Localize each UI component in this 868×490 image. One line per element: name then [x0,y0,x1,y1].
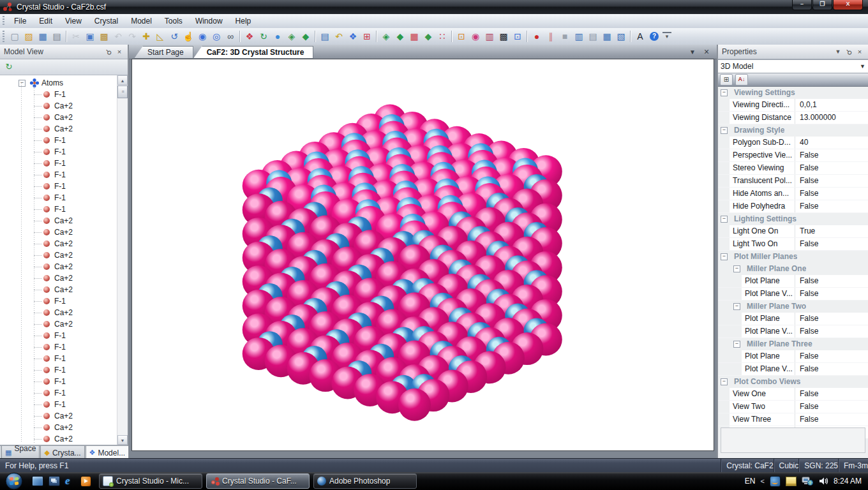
property-value[interactable]: False [795,288,868,300]
atom-tree-item[interactable]: Ca+2 [0,100,128,112]
toolbar-icon[interactable]: ❖ [346,30,360,43]
toolbar-icon[interactable]: ◉ [468,30,483,43]
property-row[interactable]: Translucent Pol...False [718,175,868,188]
close-button[interactable]: X [833,0,863,10]
property-category-row[interactable]: −Miller Plane Three [718,338,868,350]
document-tab[interactable]: Start Page [134,46,193,59]
toolbar-icon[interactable]: ↶ [111,30,125,43]
atom-tree-item[interactable]: Ca+2 [0,433,128,445]
collapse-icon[interactable]: − [733,265,740,272]
taskbar-button[interactable]: Crystal Studio - Mic... [99,473,202,489]
minimize-button[interactable]: – [792,0,812,10]
toolbar-icon[interactable]: ◺ [153,30,167,43]
property-row[interactable]: Hide Atoms an...False [718,188,868,200]
atom-tree-item[interactable]: F-1 [0,341,128,353]
properties-tool-icon[interactable]: A↓ [735,74,748,85]
toolbar-icon[interactable] [451,31,453,42]
toolbar-icon[interactable]: ◆ [299,30,313,43]
toolbar-icon[interactable]: ▥ [572,30,586,43]
property-category-row[interactable]: −Lighting Settings [718,213,868,225]
property-value[interactable]: False [795,401,868,413]
toolbar-icon[interactable]: ✚ [139,30,153,43]
collapse-icon[interactable]: − [721,89,728,96]
property-row[interactable]: Hide PolyhedraFalse [718,200,868,213]
document-tab[interactable]: CaF2: 3D Crystal Structure [193,46,314,59]
menu-item[interactable]: Model [124,15,158,27]
property-row[interactable]: Stereo ViewingFalse [718,162,868,175]
toolbar-icon[interactable]: ▩ [497,30,511,43]
property-value[interactable]: 13.000000 [795,112,868,124]
atom-tree-item[interactable]: Ca+2 [0,238,128,249]
property-category-row[interactable]: −Plot Combo Views [718,376,868,388]
language-indicator[interactable]: EN [745,477,756,486]
toolbar-icon[interactable]: ▣ [83,30,97,43]
property-row[interactable]: Plot Plane V...False [718,325,868,338]
atom-tree-item[interactable]: F-1 [0,169,128,181]
property-row[interactable]: Polygon Sub-D...40 [718,137,868,149]
network-icon[interactable] [802,476,813,486]
keyboard-tray-icon[interactable] [786,477,797,486]
property-value[interactable]: False [795,388,868,400]
toolbar-icon[interactable] [315,31,316,42]
property-value[interactable]: False [795,238,868,250]
property-value[interactable]: True [795,225,868,237]
crystal-3d-viewport[interactable] [131,59,714,451]
toolbar-icon[interactable]: ↶ [332,30,346,43]
property-row[interactable]: Plot Plane V...False [718,288,868,301]
menu-grip[interactable] [3,16,4,26]
toolbar-icon[interactable]: ↻ [257,30,271,43]
atom-tree-item[interactable]: F-1 [0,89,128,100]
toolbar-icon[interactable]: ◆ [393,30,407,43]
toolbar-icon[interactable] [527,31,528,42]
tray-collapse-icon[interactable]: < [761,477,765,485]
toolbar-icon[interactable]: ↷ [125,30,139,43]
toolbar-grip[interactable] [3,31,4,42]
property-row[interactable]: View ThreeFalse [718,413,868,426]
panel-menu-icon[interactable]: ▼ [834,48,842,55]
property-value[interactable]: False [795,175,868,187]
property-row[interactable]: Viewing Distance13.000000 [718,112,868,124]
scrollbar-thumb[interactable]: ≡ [117,85,128,98]
property-row[interactable]: Perspective Vie...False [718,149,868,162]
toolbar-icon[interactable]: ∷ [435,30,449,43]
collapse-icon[interactable]: − [19,80,26,87]
toolbar-icon[interactable]: ▨ [22,30,36,43]
toolbar-icon[interactable]: ◆ [421,30,435,43]
switch-windows-icon[interactable] [49,476,60,486]
property-value[interactable]: False [795,325,868,338]
taskbar-button[interactable]: Adobe Photoshop [313,473,417,489]
toolbar-icon[interactable]: ∥ [544,30,558,43]
atom-tree-item[interactable]: F-1 [0,192,128,204]
clock[interactable]: 8:24 AM [834,477,862,486]
property-row[interactable]: View TwoFalse [718,401,868,413]
toolbar-icon[interactable]: ◉ [195,30,209,43]
toolbar-icon[interactable]: ▤ [50,30,64,43]
atom-tree-item[interactable]: Ca+2 [0,284,128,295]
toolbar-icon[interactable]: ▤ [318,30,332,43]
scroll-down-icon[interactable]: ▼ [117,435,128,445]
toolbar-icon[interactable]: ▥ [483,30,497,43]
toolbar-icon[interactable]: A [633,30,647,43]
property-value[interactable]: False [795,413,868,426]
toolbar-icon[interactable]: ▦ [600,30,614,43]
pin-icon[interactable]: ⚲ [104,48,113,56]
toolbar-icon[interactable]: ▤ [586,30,600,43]
collapse-icon[interactable]: − [721,378,728,385]
toolbar-icon[interactable]: ◈ [379,30,393,43]
atom-tree-item[interactable]: Ca+2 [0,272,128,284]
toolbar-icon[interactable]: ▢ [8,30,22,43]
object-selector-combobox[interactable]: 3D Model ▼ [718,59,868,73]
property-row[interactable]: Plot Plane V...False [718,363,868,376]
volume-icon[interactable] [818,476,828,486]
property-value[interactable]: False [795,188,868,200]
toolbar-icon[interactable] [239,31,241,42]
menu-item[interactable]: View [59,15,88,27]
menu-item[interactable]: Edit [33,15,59,27]
collapse-icon[interactable]: − [733,341,740,348]
property-value[interactable]: False [795,275,868,287]
property-category-row[interactable]: −Plot Miller Planes [718,251,868,263]
property-row[interactable]: Viewing Directi...0,0,1 [718,99,868,112]
property-value[interactable]: False [795,363,868,375]
atom-tree-item[interactable]: F-1 [0,399,128,410]
toolbar-icon[interactable] [66,31,67,42]
